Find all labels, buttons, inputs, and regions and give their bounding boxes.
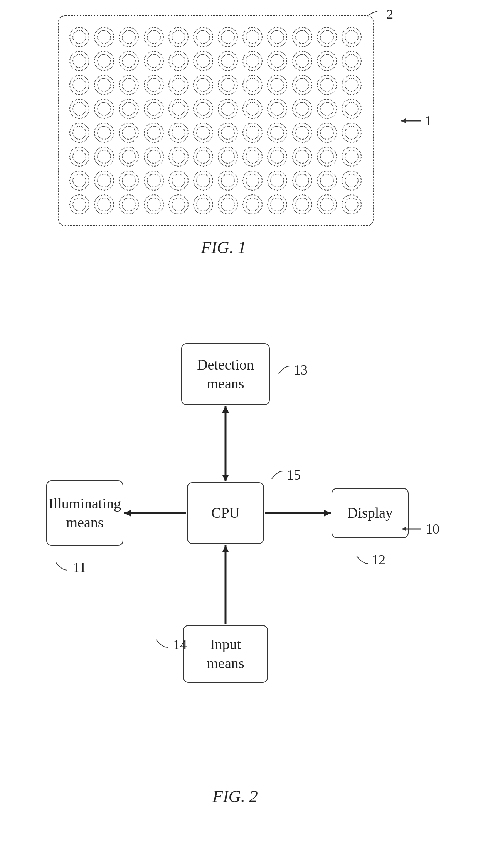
well-61 [94,147,114,167]
svg-marker-3 [222,406,229,413]
well-34 [317,75,337,95]
well-47 [342,99,362,119]
well-36 [69,99,89,119]
well-15 [144,51,164,71]
well-14 [119,51,139,71]
well-37 [94,99,114,119]
ref-15: 15 [270,467,301,483]
well-45 [292,99,312,119]
well-33 [292,75,312,95]
well-89 [193,194,213,214]
well-39 [144,99,164,119]
well-71 [342,147,362,167]
well-29 [193,75,213,95]
box-cpu: CPU [187,482,264,544]
ref-label-1: 1 [425,113,432,129]
well-85 [94,194,114,214]
well-80 [267,171,287,191]
svg-marker-6 [124,510,131,517]
svg-marker-1 [401,118,406,123]
well-31 [242,75,263,95]
well-94 [317,194,337,214]
well-75 [144,171,164,191]
well-28 [168,75,189,95]
microplate [58,15,374,226]
illuminating-label: Illuminatingmeans [49,494,121,532]
well-9 [292,27,312,47]
svg-marker-12 [402,527,406,531]
well-77 [193,171,213,191]
well-56 [267,123,287,143]
well-19 [242,51,263,71]
well-72 [69,171,89,191]
well-90 [218,194,238,214]
well-25 [94,75,114,95]
box-input: Inputmeans [183,625,268,683]
well-67 [242,147,263,167]
well-42 [218,99,238,119]
well-68 [267,147,287,167]
well-44 [267,99,287,119]
well-87 [144,194,164,214]
well-49 [94,123,114,143]
well-32 [267,75,287,95]
well-46 [317,99,337,119]
ref-arrow-1: 1 [399,113,432,129]
well-81 [292,171,312,191]
well-35 [342,75,362,95]
well-27 [144,75,164,95]
well-69 [292,147,312,167]
plate-wrapper: 2 1 [58,15,389,226]
well-59 [342,123,362,143]
well-63 [144,147,164,167]
well-79 [242,171,263,191]
ref-label-2: 2 [387,7,393,22]
ref-10-arrow: 10 [400,521,439,537]
box-display: Display [332,488,409,538]
well-73 [94,171,114,191]
well-55 [242,123,263,143]
well-57 [292,123,312,143]
fig1-section: 2 1 FIG. 1 [31,15,416,257]
well-70 [317,147,337,167]
well-82 [317,171,337,191]
ref-label-10: 10 [426,521,439,537]
detection-label: Detectionmeans [197,355,254,393]
well-92 [267,194,287,214]
display-label: Display [347,503,393,522]
well-64 [168,147,189,167]
well-74 [119,171,139,191]
fig2-section: Detectionmeans 13 CPU 15 Illuminatingmea… [31,320,447,814]
well-26 [119,75,139,95]
well-91 [242,194,263,214]
well-84 [69,194,89,214]
well-66 [218,147,238,167]
well-8 [267,27,287,47]
well-1 [94,27,114,47]
svg-marker-10 [222,545,229,552]
well-2 [119,27,139,47]
well-7 [242,27,263,47]
ref-14: 14 [154,637,187,653]
ref-13: 13 [277,362,308,378]
well-22 [317,51,337,71]
well-0 [69,27,89,47]
well-16 [168,51,189,71]
well-23 [342,51,362,71]
svg-marker-8 [324,510,331,517]
well-62 [119,147,139,167]
well-95 [342,194,362,214]
well-76 [168,171,189,191]
well-43 [242,99,263,119]
well-48 [69,123,89,143]
well-10 [317,27,337,47]
box-detection: Detectionmeans [181,343,270,405]
well-50 [119,123,139,143]
well-5 [193,27,213,47]
fig2-caption: FIG. 2 [31,787,439,806]
well-18 [218,51,238,71]
well-54 [218,123,238,143]
well-11 [342,27,362,47]
well-52 [168,123,189,143]
well-12 [69,51,89,71]
